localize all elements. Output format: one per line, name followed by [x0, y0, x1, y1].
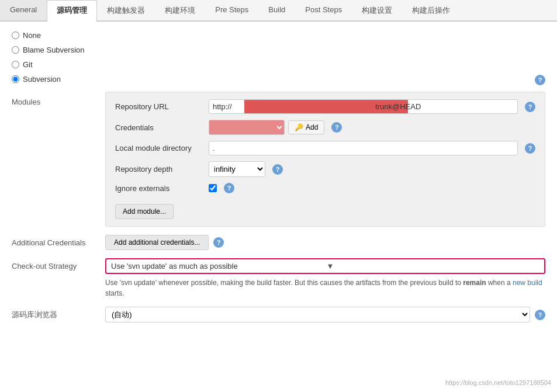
credentials-inner-row: 🔑 Add: [209, 120, 324, 135]
key-icon: 🔑: [295, 123, 303, 131]
scm-none-group: None: [12, 31, 41, 40]
scm-blame-row: Blame Subversion: [12, 46, 545, 58]
additional-cred-help-icon[interactable]: ?: [213, 237, 224, 248]
credentials-row: Credentials 🔑 Add ?: [115, 120, 535, 135]
repo-depth-select[interactable]: infinity immediates files empty: [209, 161, 265, 177]
credentials-add-button[interactable]: 🔑 Add: [288, 120, 324, 134]
credentials-select[interactable]: [209, 120, 285, 135]
depth-row-inner: infinity immediates files empty: [209, 161, 265, 177]
local-dir-help-icon[interactable]: ?: [525, 143, 535, 154]
checkout-strategy-description: Use 'svn update' whenever possible, maki…: [105, 277, 545, 299]
tab-general[interactable]: General: [0, 0, 47, 20]
checkout-strategy-label: Check-out Strategy: [12, 258, 105, 270]
local-module-dir-label: Local module directory: [115, 144, 209, 152]
scm-blame-label[interactable]: Blame Subversion: [23, 46, 85, 54]
scm-none-radio[interactable]: [12, 32, 19, 39]
tab-build-env[interactable]: 构建环境: [155, 0, 205, 20]
scm-git-group: Git: [12, 60, 33, 69]
repo-url-row: Repository URL ?: [115, 99, 535, 114]
scm-svn-group: Subversion: [12, 75, 61, 84]
tab-source-control[interactable]: 源码管理: [47, 0, 97, 22]
scm-svn-label[interactable]: Subversion: [23, 75, 61, 84]
tab-post-steps[interactable]: Post Steps: [295, 0, 352, 20]
browser-select[interactable]: (自动): [105, 307, 530, 322]
tab-build-trigger[interactable]: 构建触发器: [97, 0, 155, 20]
tab-pre-steps[interactable]: Pre Steps: [205, 0, 258, 20]
checkout-dropdown-arrow-icon: ▼: [327, 262, 540, 270]
tab-post-build[interactable]: 构建后操作: [402, 0, 460, 20]
checkout-desc-part1: Use 'svn update' whenever possible, maki…: [105, 279, 461, 287]
ignore-externals-row: Ignore externals ?: [115, 183, 535, 193]
repo-depth-label: Repository depth: [115, 165, 209, 174]
scm-svn-radio[interactable]: [12, 75, 19, 83]
credentials-help-icon[interactable]: ?: [331, 122, 342, 133]
scm-git-radio[interactable]: [12, 61, 19, 68]
modules-section-label: Modules: [12, 92, 105, 106]
ignore-externals-control: ?: [209, 183, 535, 193]
credentials-control: 🔑 Add ?: [209, 120, 535, 135]
modules-box: Repository URL ? Credentials: [105, 92, 545, 227]
scm-git-label[interactable]: Git: [23, 60, 33, 69]
scm-blame-radio[interactable]: [12, 46, 19, 54]
subversion-section: Modules Repository URL ? Credentials: [12, 92, 545, 227]
scm-none-label[interactable]: None: [23, 31, 41, 40]
repo-url-label: Repository URL: [115, 102, 209, 111]
scm-svn-row: Subversion ?: [12, 75, 545, 87]
scm-svn-help-icon[interactable]: ?: [535, 75, 545, 85]
scm-none-row: None: [12, 31, 545, 43]
repo-depth-row: Repository depth infinity immediates fil…: [115, 161, 535, 177]
checkout-strategy-control: Use 'svn update' as much as possible ▼ U…: [105, 258, 545, 299]
checkout-desc-part3: starts.: [105, 289, 124, 297]
local-module-dir-control: ?: [209, 141, 535, 155]
repo-depth-control: infinity immediates files empty ?: [209, 161, 535, 177]
depth-help-icon[interactable]: ?: [272, 164, 283, 175]
local-module-dir-input[interactable]: [209, 141, 518, 155]
checkout-desc-link[interactable]: new build: [513, 279, 542, 287]
checkout-strategy-row: Check-out Strategy Use 'svn update' as m…: [12, 258, 545, 299]
scm-blame-group: Blame Subversion: [12, 46, 85, 54]
credentials-label: Credentials: [115, 123, 209, 132]
checkout-desc-part2: when a: [488, 279, 513, 287]
repo-url-control: ?: [209, 99, 535, 114]
browser-label: 源码库浏览器: [12, 310, 105, 320]
add-additional-credentials-button[interactable]: Add additional credentials...: [105, 235, 209, 250]
browser-row: 源码库浏览器 (自动) ?: [12, 307, 545, 322]
checkout-strategy-value: Use 'svn update' as much as possible: [111, 262, 324, 270]
checkout-desc-bold: remain: [463, 279, 486, 287]
scm-git-row: Git: [12, 60, 545, 72]
repo-url-input[interactable]: [209, 99, 518, 114]
checkout-select-wrapper[interactable]: Use 'svn update' as much as possible ▼: [105, 258, 545, 274]
content-area: None Blame Subversion Git Subversion ? M…: [0, 22, 557, 332]
add-btn-label: Add: [306, 123, 318, 131]
repo-url-help-icon[interactable]: ?: [525, 102, 535, 112]
browser-help-icon[interactable]: ?: [535, 310, 545, 320]
tab-build-settings[interactable]: 构建设置: [352, 0, 402, 20]
ignore-ext-help-icon[interactable]: ?: [224, 183, 234, 193]
additional-credentials-label: Additional Credentials: [12, 238, 105, 247]
local-module-dir-row: Local module directory ?: [115, 141, 535, 155]
ignore-externals-checkbox[interactable]: [209, 184, 217, 192]
add-module-button[interactable]: Add module...: [115, 204, 174, 219]
tab-build[interactable]: Build: [258, 0, 295, 20]
ignore-externals-label: Ignore externals: [115, 184, 209, 193]
tabs-bar: General 源码管理 构建触发器 构建环境 Pre Steps Build …: [0, 0, 557, 22]
additional-credentials-row: Additional Credentials Add additional cr…: [12, 235, 545, 250]
